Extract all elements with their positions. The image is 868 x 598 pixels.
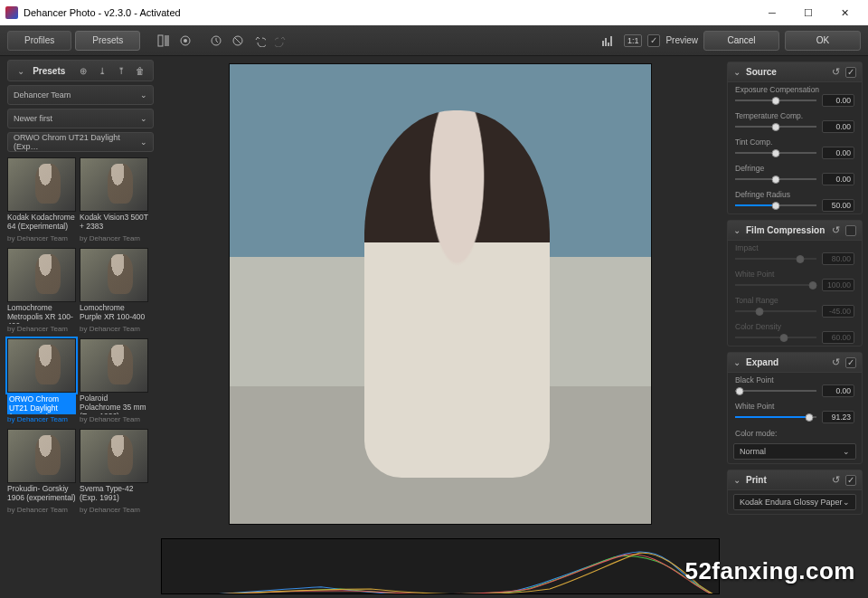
preset-thumbnail[interactable]	[7, 248, 76, 302]
disable-icon[interactable]	[227, 30, 249, 52]
preset-thumbnail[interactable]	[7, 338, 76, 393]
chevron-down-icon[interactable]: ⌄	[733, 67, 741, 77]
minimize-button[interactable]: ─	[754, 2, 790, 24]
slider-track[interactable]	[735, 175, 816, 184]
preset-name: Kodak Kodachrome 64 (Experimental)	[7, 214, 76, 233]
slider-knob[interactable]	[772, 202, 780, 210]
sort-dropdown[interactable]: Newer first⌄	[7, 109, 154, 128]
tab-profiles[interactable]: Profiles	[7, 31, 71, 51]
preset-thumbnail[interactable]	[80, 157, 148, 212]
gear-icon[interactable]	[175, 30, 196, 52]
preset-card[interactable]: ORWO Chrom UT21 Daylight (Exp. 1992)by D…	[7, 338, 76, 425]
preset-card[interactable]: Lomochrome Metropolis XR 100-400by Dehan…	[7, 248, 76, 335]
preset-thumbnail[interactable]	[80, 248, 148, 302]
slider-track[interactable]	[735, 413, 816, 422]
preset-card[interactable]: Kodak Vision3 500T + 2383by Dehancer Tea…	[80, 157, 148, 244]
film-dropdown[interactable]: ORWO Chrom UT21 Daylight (Exp…⌄	[7, 132, 154, 152]
slider-knob[interactable]	[756, 308, 764, 316]
section-print: ⌄ Print ↺ ✓ Kodak Endura Glossy Paper⌄	[727, 470, 863, 515]
chevron-down-icon[interactable]: ⌄	[733, 225, 741, 235]
undo-icon[interactable]	[249, 30, 270, 52]
reset-icon[interactable]: ↺	[832, 66, 840, 78]
preset-name: Svema Type-42 (Exp. 1991)	[80, 485, 148, 505]
slider-knob[interactable]	[808, 281, 816, 290]
print-paper-dropdown[interactable]: Kodak Endura Glossy Paper⌄	[733, 494, 856, 510]
slider-track[interactable]	[735, 307, 816, 316]
redo-icon[interactable]	[270, 30, 292, 52]
slider-track[interactable]	[735, 254, 816, 263]
slider-value[interactable]: 0.00	[822, 173, 854, 185]
preset-thumbnail[interactable]	[80, 429, 148, 483]
source-enable-checkbox[interactable]: ✓	[845, 67, 856, 78]
slider-track[interactable]	[735, 333, 816, 342]
slider-value[interactable]: 91.23	[822, 411, 854, 423]
slider-value[interactable]: 0.00	[822, 94, 854, 107]
slider-knob[interactable]	[797, 255, 805, 263]
filmcomp-enable-checkbox[interactable]	[845, 225, 856, 236]
slider-value[interactable]: 100.00	[822, 279, 854, 291]
compare-icon[interactable]	[153, 30, 175, 52]
ok-button[interactable]: OK	[785, 31, 861, 51]
slider-knob[interactable]	[805, 413, 813, 422]
slider-value[interactable]: 0.00	[822, 120, 854, 133]
slider-label: White Point	[735, 270, 854, 279]
chevron-down-icon[interactable]: ⌄	[733, 475, 741, 485]
maximize-button[interactable]: ☐	[790, 2, 826, 24]
add-preset-icon[interactable]: ⊕	[76, 62, 90, 79]
close-button[interactable]: ✕	[826, 2, 863, 24]
slider-value[interactable]: 0.00	[822, 147, 854, 159]
preset-author: by Dehancer Team	[7, 415, 76, 425]
reset-icon[interactable]: ↺	[832, 474, 840, 486]
histogram[interactable]	[161, 538, 720, 594]
export-preset-icon[interactable]: ⤒	[115, 62, 128, 79]
slider-track[interactable]	[735, 201, 816, 210]
chevron-down-icon[interactable]: ⌄	[733, 357, 741, 367]
slider-knob[interactable]	[772, 97, 780, 105]
preview-image[interactable]	[229, 63, 652, 525]
history-icon[interactable]	[205, 30, 227, 52]
slider-knob[interactable]	[772, 176, 780, 184]
slider-knob[interactable]	[736, 387, 744, 395]
slider-knob[interactable]	[780, 334, 788, 342]
slider-value[interactable]: 50.00	[822, 199, 854, 212]
slider-track[interactable]	[735, 148, 816, 157]
preset-card[interactable]: Polaroid Polachrome 35 mm (Exp. 1986)by …	[80, 338, 148, 425]
color-mode-dropdown[interactable]: Normal⌄	[733, 443, 856, 460]
preset-card[interactable]: Lomochrome Purple XR 100-400by Dehancer …	[80, 248, 148, 335]
preset-card[interactable]: Prokudin- Gorskiy 1906 (experimental)by …	[7, 429, 76, 516]
slider-value[interactable]: 80.00	[822, 252, 854, 265]
author-dropdown[interactable]: Dehancer Team⌄	[7, 85, 154, 105]
slider-knob[interactable]	[772, 123, 780, 131]
slider-label: Color Density	[735, 322, 854, 331]
print-enable-checkbox[interactable]: ✓	[845, 475, 856, 486]
chevron-down-icon: ⌄	[140, 138, 147, 147]
import-preset-icon[interactable]: ⤓	[95, 62, 108, 79]
preset-name: Polaroid Polachrome 35 mm (Exp. 1986)	[80, 394, 148, 414]
aspect-ratio[interactable]: 1:1	[624, 34, 643, 47]
slider-value[interactable]: 60.00	[822, 331, 854, 344]
preset-thumbnail[interactable]	[80, 338, 148, 393]
delete-preset-icon[interactable]: 🗑	[134, 62, 147, 79]
preset-thumbnail[interactable]	[7, 157, 76, 212]
section-film-compression: ⌄ Film Compression ↺ Impact80.00White Po…	[727, 220, 863, 346]
preset-thumbnail[interactable]	[7, 429, 76, 483]
reset-icon[interactable]: ↺	[832, 356, 840, 368]
tab-presets[interactable]: Presets	[75, 31, 140, 51]
slider-track[interactable]	[735, 122, 816, 131]
histogram-icon[interactable]	[597, 30, 618, 52]
preset-card[interactable]: Svema Type-42 (Exp. 1991)by Dehancer Tea…	[80, 429, 148, 516]
slider-track[interactable]	[735, 386, 816, 395]
preset-card[interactable]: Kodak Kodachrome 64 (Experimental)by Deh…	[7, 157, 76, 244]
reset-icon[interactable]: ↺	[832, 224, 840, 236]
preset-author: by Dehancer Team	[80, 506, 148, 516]
slider-value[interactable]: -45.00	[822, 305, 854, 318]
slider-knob[interactable]	[772, 149, 780, 157]
expand-enable-checkbox[interactable]: ✓	[845, 357, 856, 368]
cancel-button[interactable]: Cancel	[703, 31, 779, 51]
collapse-icon[interactable]: ⌄	[14, 62, 27, 79]
slider-track[interactable]	[735, 96, 816, 105]
preview-checkbox[interactable]: ✓	[647, 34, 660, 47]
slider-value[interactable]: 0.00	[822, 384, 854, 397]
preset-author: by Dehancer Team	[7, 325, 76, 335]
slider-track[interactable]	[735, 280, 816, 290]
